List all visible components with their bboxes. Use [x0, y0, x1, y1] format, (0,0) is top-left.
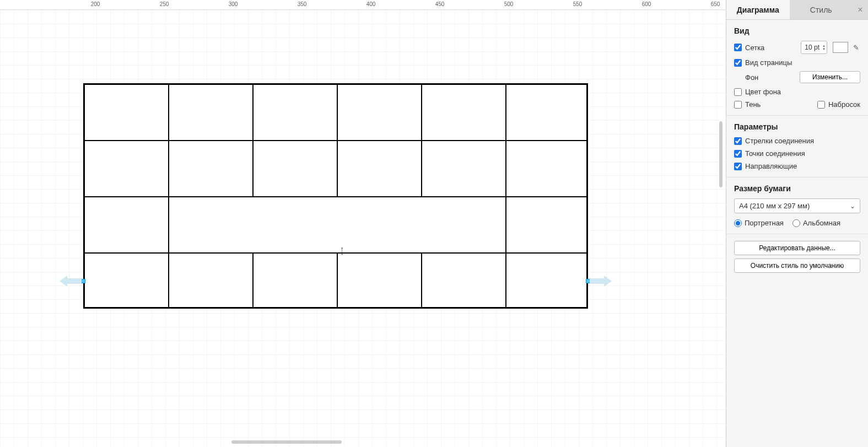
ruler-tick: 300	[229, 1, 238, 7]
table-cell[interactable]	[422, 253, 506, 308]
canvas-area[interactable]: 200250300350400450500550600650	[0, 0, 726, 447]
ruler-tick: 450	[435, 1, 445, 7]
diagram-table-shape[interactable]	[83, 83, 588, 309]
page-view-checkbox[interactable]	[734, 59, 742, 67]
background-label: Фон	[734, 73, 758, 82]
landscape-label[interactable]: Альбомная	[803, 219, 840, 227]
horizontal-scrollbar[interactable]	[231, 440, 342, 444]
ruler-tick: 400	[366, 1, 376, 7]
table-cell[interactable]	[253, 141, 337, 197]
page-view-label[interactable]: Вид страницы	[745, 58, 792, 67]
sketch-label[interactable]: Набросок	[828, 100, 860, 109]
table-cell[interactable]	[337, 84, 422, 141]
table-cell-merged[interactable]	[169, 197, 506, 253]
arrow-right-icon	[590, 276, 612, 287]
chevron-down-icon: ⌄	[850, 202, 855, 210]
ruler-tick: 650	[711, 1, 720, 7]
grid-size-spinner[interactable]: ▲▼	[822, 44, 826, 51]
section-actions: Редактировать данные... Очистить стиль п…	[726, 234, 868, 283]
format-sidebar: Диаграмма Стиль × Вид Сетка 10 pt ▲▼ ✎ В…	[726, 0, 868, 447]
table-cell[interactable]	[506, 84, 587, 141]
grid-size-input[interactable]: 10 pt ▲▼	[801, 41, 827, 54]
grid-label[interactable]: Сетка	[745, 44, 764, 52]
table-cell[interactable]	[337, 253, 422, 308]
ruler-tick: 250	[160, 1, 169, 7]
arrow-left-icon	[60, 276, 82, 287]
ruler-tick: 500	[504, 1, 514, 7]
bg-color-checkbox[interactable]	[734, 88, 742, 96]
conn-arrows-checkbox[interactable]	[734, 137, 742, 145]
section-view: Вид Сетка 10 pt ▲▼ ✎ Вид страницы Фон Из…	[726, 20, 868, 116]
close-sidebar-button[interactable]: ×	[853, 0, 868, 19]
svg-marker-1	[590, 276, 612, 287]
table-cell[interactable]	[506, 141, 587, 197]
table-cell[interactable]	[253, 253, 337, 308]
table-cell[interactable]	[169, 253, 253, 308]
conn-points-checkbox[interactable]	[734, 150, 742, 158]
table-cell[interactable]	[337, 141, 422, 197]
table-cell[interactable]	[84, 253, 169, 308]
tab-diagram[interactable]: Диаграмма	[726, 0, 790, 19]
paper-size-value: A4 (210 мм x 297 мм)	[739, 202, 810, 210]
table-cell[interactable]	[84, 141, 169, 197]
shadow-checkbox[interactable]	[734, 101, 742, 109]
ruler-tick: 350	[298, 1, 307, 7]
section-paper: Размер бумаги A4 (210 мм x 297 мм) ⌄ Пор…	[726, 177, 868, 234]
pencil-icon[interactable]: ✎	[851, 44, 860, 52]
bg-color-label[interactable]: Цвет фона	[745, 88, 781, 96]
section-title-paper: Размер бумаги	[734, 184, 860, 193]
vertical-scrollbar[interactable]	[719, 121, 723, 187]
table-cell[interactable]	[506, 253, 587, 308]
table-cell[interactable]	[253, 84, 337, 141]
guides-checkbox[interactable]	[734, 163, 742, 170]
table-cell[interactable]	[84, 84, 169, 141]
clear-default-style-button[interactable]: Очистить стиль по умолчанию	[734, 258, 860, 273]
portrait-label[interactable]: Портретная	[745, 219, 784, 227]
conn-points-label[interactable]: Точки соединения	[745, 149, 805, 158]
table-cell[interactable]	[169, 84, 253, 141]
guides-label[interactable]: Направляющие	[745, 162, 797, 170]
grid-size-value: 10 pt	[805, 44, 820, 51]
tab-style[interactable]: Стиль	[790, 0, 853, 19]
resize-vertical-cursor-icon: ↑↓	[341, 247, 344, 255]
change-background-button[interactable]: Изменить...	[800, 71, 860, 83]
grid-checkbox[interactable]	[734, 44, 742, 51]
ruler-tick: 600	[642, 1, 651, 7]
table-cell[interactable]	[84, 197, 169, 253]
section-title-view: Вид	[734, 26, 860, 35]
edit-data-button[interactable]: Редактировать данные...	[734, 241, 860, 255]
shadow-label[interactable]: Тень	[745, 100, 761, 109]
table-cell[interactable]	[422, 141, 506, 197]
table-cell[interactable]	[422, 84, 506, 141]
sketch-checkbox[interactable]	[817, 101, 825, 109]
table-cell[interactable]	[506, 197, 587, 253]
ruler-tick: 200	[91, 1, 100, 7]
ruler-horizontal: 200250300350400450500550600650	[0, 0, 726, 10]
section-title-params: Параметры	[734, 122, 860, 131]
portrait-radio[interactable]	[734, 219, 742, 227]
conn-arrows-label[interactable]: Стрелки соединения	[745, 137, 814, 145]
ruler-tick: 550	[573, 1, 583, 7]
section-params: Параметры Стрелки соединения Точки соеди…	[726, 116, 868, 177]
sidebar-tabs: Диаграмма Стиль ×	[726, 0, 868, 20]
grid-color-swatch[interactable]	[833, 42, 848, 53]
svg-marker-0	[60, 276, 82, 287]
table-cell[interactable]	[169, 141, 253, 197]
paper-size-select[interactable]: A4 (210 мм x 297 мм) ⌄	[734, 198, 860, 213]
connection-handle-left[interactable]	[81, 279, 85, 283]
landscape-radio[interactable]	[792, 219, 800, 227]
